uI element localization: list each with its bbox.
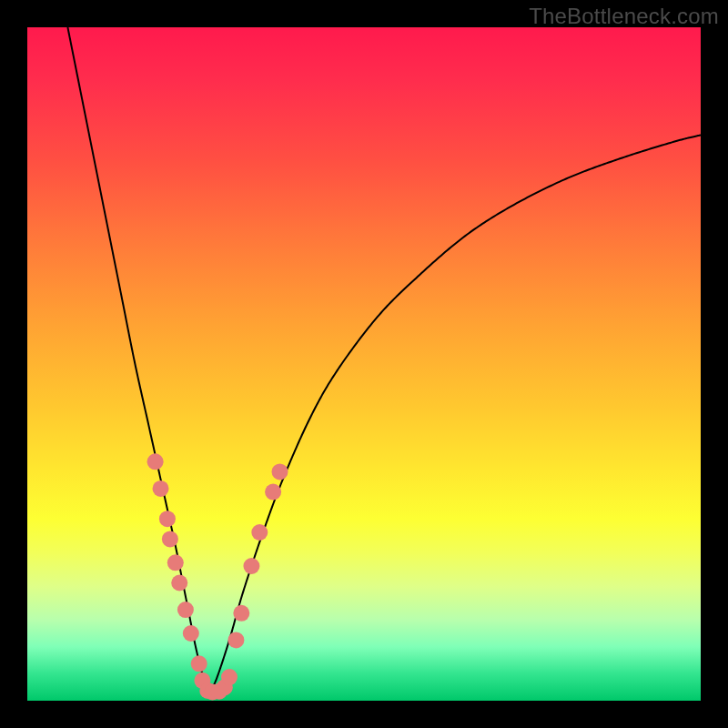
highlight-dot [147, 453, 164, 470]
highlight-dot [177, 602, 194, 618]
highlight-dot [153, 480, 169, 497]
curve-layer [67, 27, 701, 691]
highlight-dot [167, 554, 184, 571]
curve-right-arm [209, 135, 701, 691]
highlight-dot [183, 625, 199, 642]
highlight-dot [171, 575, 187, 592]
highlight-dot [191, 655, 207, 672]
highlight-dot [162, 531, 178, 547]
highlight-dot [221, 669, 238, 685]
highlight-dot [243, 558, 259, 574]
highlight-dot [265, 484, 281, 500]
highlight-dot [228, 632, 244, 648]
chart-frame: TheBottleneck.com [0, 0, 728, 728]
curve-left-arm [67, 27, 208, 691]
highlight-dot [272, 463, 288, 480]
highlight-dot [233, 605, 249, 622]
highlight-dot [251, 524, 268, 541]
plot-area [27, 27, 701, 701]
dots-layer [147, 453, 288, 700]
chart-svg [27, 27, 701, 701]
watermark-text: TheBottleneck.com [529, 4, 719, 29]
highlight-dot [159, 511, 176, 527]
